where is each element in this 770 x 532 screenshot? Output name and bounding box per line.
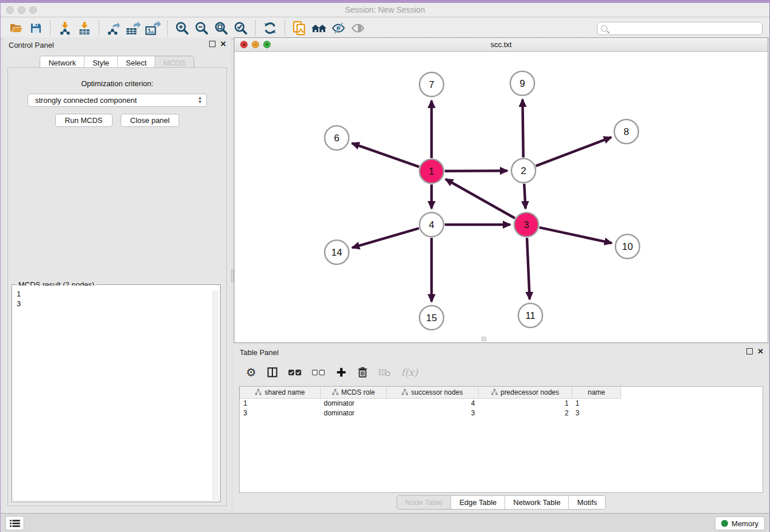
cell-successor-nodes[interactable]: 4: [387, 398, 479, 408]
toolbar-separator: [167, 21, 168, 36]
cell-name[interactable]: 3: [572, 408, 621, 418]
column-header-successor-nodes[interactable]: successor nodes: [387, 387, 479, 398]
graph-edge-3-11[interactable]: [527, 238, 530, 299]
cell-name[interactable]: 1: [572, 398, 621, 408]
memory-status-icon: [721, 520, 728, 527]
column-header-predecessor-nodes[interactable]: predecessor nodes: [479, 387, 572, 398]
delete-table-icon[interactable]: [378, 368, 391, 377]
graph-edge-3-1[interactable]: [445, 179, 515, 218]
criterion-dropdown[interactable]: strongly connected component ▲▼: [28, 94, 207, 107]
column-header-shared-name[interactable]: shared name: [240, 387, 321, 398]
tab-motifs[interactable]: Motifs: [569, 496, 605, 509]
zoom-in-icon[interactable]: [172, 20, 192, 36]
graph-node-15[interactable]: 15: [419, 306, 444, 330]
import-network-icon[interactable]: [55, 20, 75, 36]
close-panel-icon[interactable]: ✕: [220, 41, 226, 47]
cell-predecessor-nodes[interactable]: 2: [479, 408, 572, 418]
graph-edge-2-8[interactable]: [536, 137, 611, 166]
mcds-result-list[interactable]: 1 3: [13, 286, 220, 501]
svg-text:4: 4: [429, 219, 434, 230]
table-row[interactable]: 3 dominator 3 2 3: [240, 408, 621, 418]
search-field[interactable]: [597, 22, 763, 35]
save-session-icon[interactable]: [26, 20, 45, 36]
graph-node-7[interactable]: 7: [419, 72, 444, 97]
export-image-icon[interactable]: [143, 20, 163, 36]
close-table-panel-icon[interactable]: ✕: [757, 348, 764, 354]
toolbar-separator: [50, 21, 51, 36]
tab-edge-table[interactable]: Edge Table: [451, 496, 505, 509]
cell-successor-nodes[interactable]: 3: [387, 408, 479, 418]
mcds-result-box: MCDS result (2 nodes) 1 3: [11, 284, 221, 502]
apply-layout-icon[interactable]: [260, 20, 280, 36]
dropdown-chevrons-icon: ▲▼: [198, 96, 202, 104]
control-panel-title: Control Panel: [9, 41, 54, 49]
export-network-icon[interactable]: [104, 20, 124, 36]
control-panel-header: Control Panel ✕: [3, 37, 231, 52]
graph-edge-2-3[interactable]: [524, 184, 525, 209]
select-all-icon[interactable]: [288, 368, 302, 376]
float-panel-icon[interactable]: [209, 41, 215, 47]
graph-edge-1-2[interactable]: [445, 171, 507, 171]
graph-node-11[interactable]: 11: [518, 303, 542, 327]
graph-node-1[interactable]: 1: [419, 159, 444, 183]
zoom-out-icon[interactable]: [192, 20, 211, 36]
memory-button[interactable]: Memory: [715, 516, 765, 530]
table-options-icon[interactable]: ⚙: [246, 365, 256, 379]
cell-shared-name[interactable]: 1: [240, 398, 321, 408]
open-session-icon[interactable]: [6, 20, 26, 36]
window-titlebar: Session: New Session: [1, 3, 769, 17]
first-neighbors-icon[interactable]: [309, 20, 329, 36]
control-panel: Control Panel ✕ Network Style Select MCD…: [3, 37, 231, 514]
run-mcds-button[interactable]: Run MCDS: [55, 114, 113, 127]
graph-edge-2-9[interactable]: [522, 99, 523, 157]
export-table-icon[interactable]: [124, 20, 143, 36]
tab-network-table[interactable]: Network Table: [505, 496, 569, 509]
graph-node-6[interactable]: 6: [325, 126, 349, 150]
graph-edge-1-6[interactable]: [352, 143, 419, 167]
cell-mcds-role[interactable]: dominator: [321, 398, 387, 408]
svg-text:7: 7: [429, 79, 434, 90]
search-input[interactable]: [610, 25, 759, 33]
cell-shared-name[interactable]: 3: [240, 408, 321, 418]
node-table[interactable]: shared name MCDS role successor nodes pr…: [239, 386, 763, 493]
add-column-icon[interactable]: [336, 367, 347, 378]
show-all-icon[interactable]: [348, 20, 368, 36]
network-canvas[interactable]: 7968124314101511: [234, 52, 768, 342]
graph-edge-3-10[interactable]: [539, 228, 611, 243]
graph-node-3[interactable]: 3: [514, 213, 538, 237]
zoom-fit-icon[interactable]: [211, 20, 231, 36]
zoom-selected-icon[interactable]: [231, 20, 251, 36]
graph-node-4[interactable]: 4: [419, 213, 444, 237]
task-history-button[interactable]: [5, 516, 24, 530]
table-panel: Table Panel ✕ ⚙: [234, 345, 768, 514]
duplicate-network-icon[interactable]: [290, 20, 309, 36]
svg-text:2: 2: [521, 165, 526, 176]
float-table-panel-icon[interactable]: [746, 348, 753, 354]
graph-node-2[interactable]: 2: [511, 159, 536, 183]
canvas-resize-handle[interactable]: [482, 337, 486, 341]
hide-selected-icon[interactable]: [329, 20, 348, 36]
cell-mcds-role[interactable]: dominator: [321, 408, 387, 418]
tab-node-table[interactable]: Node Table: [397, 496, 452, 509]
column-selector-icon[interactable]: [267, 367, 278, 378]
import-table-icon[interactable]: [75, 20, 94, 36]
criterion-dropdown-value: strongly connected component: [35, 96, 137, 105]
optimization-criterion-label: Optimization criterion:: [8, 79, 226, 88]
column-header-name[interactable]: name: [572, 387, 621, 398]
graph-edge-4-14[interactable]: [352, 228, 419, 248]
toolbar-separator: [99, 21, 99, 36]
deselect-all-icon[interactable]: [312, 368, 325, 376]
graph-node-10[interactable]: 10: [615, 234, 640, 259]
window-title: Session: New Session: [1, 5, 769, 14]
delete-column-icon[interactable]: [357, 367, 368, 378]
cell-predecessor-nodes[interactable]: 1: [479, 398, 572, 408]
column-header-mcds-role[interactable]: MCDS role: [321, 387, 387, 398]
graph-node-9[interactable]: 9: [510, 71, 534, 95]
result-scrollbar[interactable]: [213, 291, 219, 500]
close-panel-button[interactable]: Close panel: [121, 114, 180, 127]
mcds-panel: Optimization criterion: strongly connect…: [7, 67, 227, 506]
apply-function-icon[interactable]: f(x): [401, 367, 418, 378]
graph-node-14[interactable]: 14: [325, 240, 349, 264]
table-row[interactable]: 1 dominator 4 1 1: [240, 398, 621, 408]
graph-node-8[interactable]: 8: [614, 119, 638, 144]
